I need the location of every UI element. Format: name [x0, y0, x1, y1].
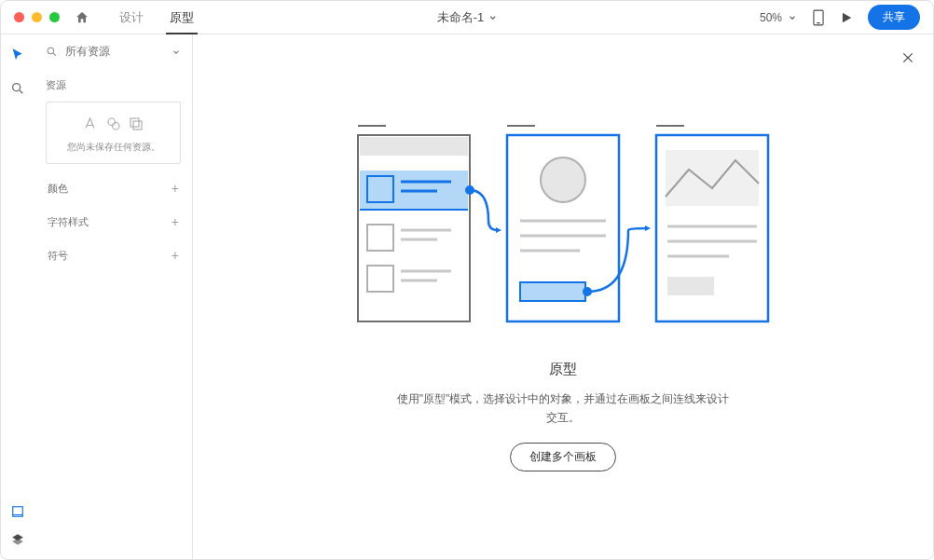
- document-title[interactable]: 未命名-1: [437, 9, 498, 26]
- hint-body: 使用"原型"模式，选择设计中的对象，并通过在画板之间连线来设计交互。: [395, 389, 731, 428]
- assets-panel: 所有资源 资源 您尚未保存任何资源。 颜色 + 字符样式 + 符号 +: [34, 34, 193, 559]
- svg-marker-2: [843, 12, 851, 22]
- layers-panel-icon[interactable]: [11, 533, 24, 546]
- canvas: 原型 使用"原型"模式，选择设计中的对象，并通过在画板之间连线来设计交互。 创建…: [193, 34, 933, 559]
- close-window[interactable]: [14, 12, 24, 22]
- window-controls: [14, 12, 60, 22]
- tab-design[interactable]: 设计: [106, 1, 157, 34]
- document-title-text: 未命名-1: [437, 9, 485, 26]
- prototype-illustration: [349, 118, 777, 333]
- svg-rect-19: [360, 137, 468, 156]
- colors-section[interactable]: 颜色 +: [34, 171, 192, 205]
- hint-title: 原型: [549, 361, 577, 378]
- assets-empty-icons: [54, 116, 172, 132]
- assets-section-label: 资源: [34, 67, 192, 98]
- close-hint-icon[interactable]: [901, 51, 914, 64]
- device-preview-icon[interactable]: [812, 9, 825, 26]
- topbar-right: 50% 共享: [760, 5, 920, 30]
- colors-label: 颜色: [48, 182, 68, 196]
- add-color-icon[interactable]: +: [172, 181, 179, 196]
- play-icon[interactable]: [840, 11, 853, 24]
- symbols-label: 符号: [48, 249, 68, 263]
- svg-point-3: [13, 84, 21, 91]
- svg-rect-44: [666, 150, 759, 206]
- svg-rect-14: [133, 121, 142, 130]
- svg-point-35: [541, 157, 585, 202]
- search-icon: [46, 46, 58, 58]
- left-rail: [1, 34, 34, 559]
- minimize-window[interactable]: [32, 12, 42, 22]
- assets-filter-label: 所有资源: [65, 44, 110, 60]
- svg-point-9: [48, 48, 54, 54]
- svg-rect-48: [667, 277, 714, 295]
- search-tool-icon[interactable]: [10, 81, 25, 96]
- add-charstyle-icon[interactable]: +: [172, 214, 179, 229]
- color-swatch-icon: [105, 116, 122, 132]
- create-artboards-button[interactable]: 创建多个画板: [510, 443, 616, 471]
- chevron-down-icon: [788, 13, 797, 22]
- text-style-icon: [83, 116, 100, 132]
- svg-marker-8: [12, 539, 23, 545]
- home-icon[interactable]: [75, 10, 89, 25]
- svg-rect-39: [520, 282, 585, 301]
- charstyles-label: 字符样式: [48, 215, 89, 229]
- svg-point-12: [112, 123, 119, 130]
- selection-tool-icon[interactable]: [10, 48, 25, 62]
- assets-panel-icon[interactable]: [11, 505, 24, 518]
- mode-tabs: 设计 原型: [106, 1, 207, 34]
- svg-point-11: [108, 118, 116, 126]
- svg-rect-18: [358, 135, 470, 321]
- assets-empty-message: 您尚未保存任何资源。: [54, 140, 172, 154]
- maximize-window[interactable]: [49, 12, 60, 22]
- svg-marker-41: [645, 225, 651, 231]
- zoom-value: 50%: [760, 11, 782, 24]
- svg-rect-13: [130, 118, 139, 127]
- chevron-down-icon: [172, 48, 181, 57]
- symbols-section[interactable]: 符号 +: [34, 239, 192, 272]
- symbol-icon: [128, 116, 144, 132]
- svg-line-4: [20, 90, 22, 93]
- share-button[interactable]: 共享: [868, 5, 920, 30]
- topbar: 设计 原型 未命名-1 50% 共享: [1, 1, 933, 34]
- tab-prototype[interactable]: 原型: [157, 1, 207, 34]
- add-symbol-icon[interactable]: +: [172, 248, 179, 263]
- svg-marker-32: [496, 227, 501, 233]
- svg-line-10: [53, 53, 56, 56]
- assets-empty-card: 您尚未保存任何资源。: [46, 102, 181, 164]
- character-styles-section[interactable]: 字符样式 +: [34, 205, 192, 239]
- zoom-dropdown[interactable]: 50%: [760, 11, 797, 24]
- assets-filter-dropdown[interactable]: 所有资源: [34, 34, 192, 67]
- chevron-down-icon: [488, 13, 497, 22]
